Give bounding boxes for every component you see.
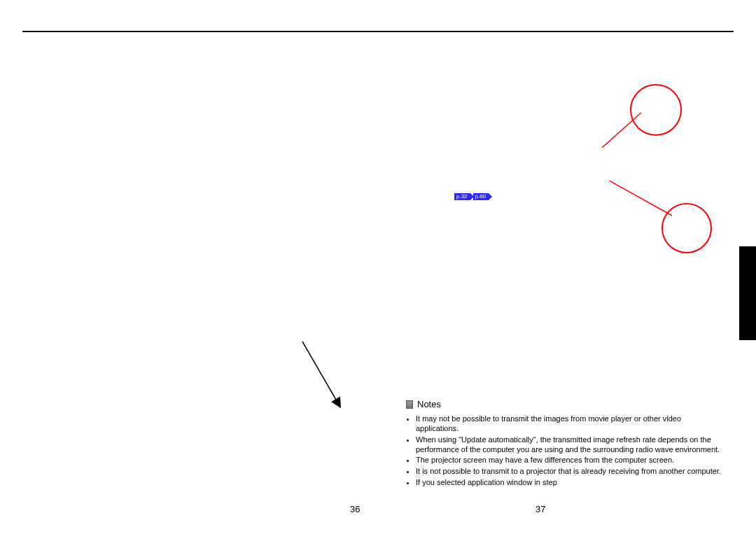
note-item: It is not possible to transmit to a proj… bbox=[416, 467, 721, 477]
callout-leader-lower bbox=[609, 181, 679, 223]
page-number-left: 36 bbox=[350, 504, 360, 514]
page-ref-pill[interactable]: p.32 bbox=[454, 193, 470, 200]
page-ref-pill[interactable]: p.60 bbox=[473, 193, 489, 200]
svg-line-0 bbox=[602, 113, 641, 148]
header-rule bbox=[22, 31, 734, 32]
note-item: When using "Update automatically", the t… bbox=[416, 435, 721, 455]
callout-leader-upper bbox=[602, 108, 658, 150]
section-tab bbox=[739, 246, 756, 340]
note-item: The projector screen may have a few diff… bbox=[416, 456, 721, 465]
notes-section: Notes It may not be possible to transmit… bbox=[406, 399, 721, 489]
note-item: It may not be possible to transmit the i… bbox=[416, 414, 721, 434]
notes-heading: Notes bbox=[417, 399, 441, 410]
svg-line-1 bbox=[609, 181, 672, 216]
page-ref-row: p.32 p.60 bbox=[454, 193, 489, 200]
notes-list: It may not be possible to transmit the i… bbox=[416, 414, 721, 487]
page-number-right: 37 bbox=[536, 504, 545, 514]
notes-heading-row: Notes bbox=[406, 399, 721, 410]
step-arrow bbox=[294, 336, 350, 413]
note-icon bbox=[406, 400, 413, 409]
svg-line-2 bbox=[302, 342, 339, 405]
note-item: If you selected application window in st… bbox=[416, 478, 721, 488]
